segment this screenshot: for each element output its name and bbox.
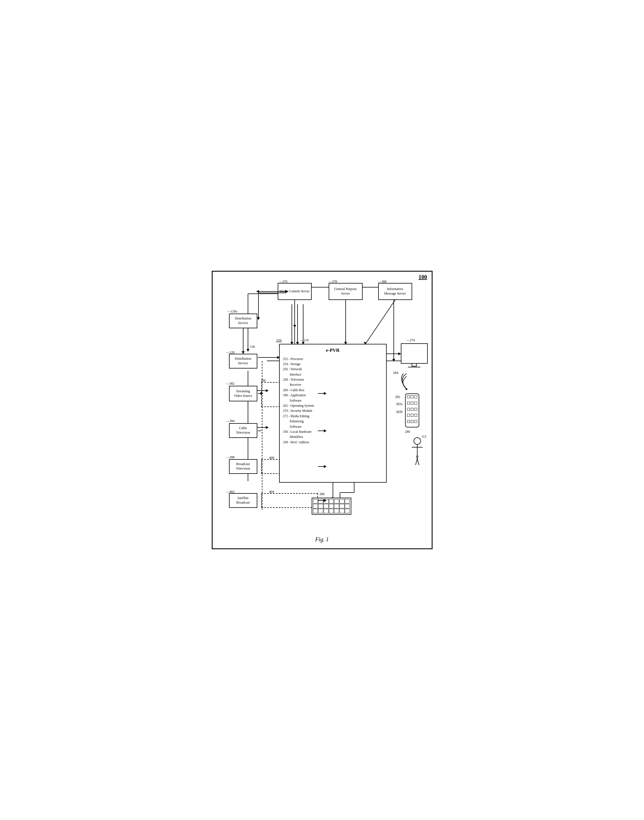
- remote-btn: [414, 414, 417, 417]
- key: [324, 499, 329, 504]
- person-arms: [412, 447, 423, 448]
- key: [339, 499, 345, 504]
- remote-btn: [407, 402, 410, 404]
- general-purpose-server-label: General PurposeServer: [334, 287, 357, 296]
- remote-btn: [407, 414, 410, 417]
- key: [313, 504, 318, 508]
- svg-marker-1: [293, 325, 296, 328]
- distribution-service-2-label: DistributionService: [235, 356, 251, 365]
- key: [329, 509, 334, 513]
- ref-110: —110: [301, 338, 309, 342]
- tv-monitor: [401, 343, 428, 364]
- ref-394: —394: [226, 419, 235, 423]
- remote-btn: [414, 420, 417, 423]
- diagram-border: 100: [212, 271, 432, 549]
- ref-282: 282: [395, 395, 400, 399]
- person: [414, 437, 421, 465]
- key: [313, 509, 318, 513]
- ref-274: —274: [406, 338, 415, 342]
- key: [318, 504, 323, 508]
- person-legs: [414, 456, 421, 465]
- remote-btn: [407, 420, 410, 423]
- cable-television-label: CableTelevision: [236, 426, 250, 435]
- informative-message-server-label: InformativeMessage Server: [384, 287, 406, 296]
- person-head: [414, 437, 421, 445]
- ref-398: —398: [226, 455, 235, 459]
- epvr-box: e-PVR 252 - Processor 254 - Storage 256 …: [279, 344, 387, 483]
- page-wrapper: 100: [212, 271, 432, 549]
- monitor-base: [408, 367, 420, 367]
- key: [324, 509, 329, 513]
- key: [339, 509, 345, 513]
- streaming-video-source-label: StreamingVideo Source: [234, 389, 252, 398]
- remote-btn: [414, 395, 417, 398]
- svg-marker-41: [257, 317, 260, 320]
- ref-120a: —120a: [227, 309, 237, 313]
- dashed-box-satellite: [261, 493, 318, 508]
- remote-btn: [411, 395, 414, 398]
- distribution-service-1-label: DistributionService: [235, 316, 251, 325]
- remote-btn: [414, 402, 417, 404]
- key: [339, 504, 345, 508]
- remote-btn: [411, 420, 414, 423]
- svg-line-56: [365, 300, 395, 344]
- distribution-service-1-box: DistributionService: [229, 313, 257, 328]
- cable-television-box: CableTelevision: [229, 423, 257, 438]
- key: [334, 499, 339, 504]
- satellite-broadcast-box: SatelliteBroadcast: [229, 493, 257, 508]
- epvr-components: 252 - Processor 254 - Storage 256 - Netw…: [283, 356, 383, 445]
- ref-112: 112: [422, 435, 426, 439]
- ref-150: 150: [250, 345, 255, 349]
- streaming-video-source-box: StreamingVideo Source: [229, 386, 257, 401]
- key: [313, 499, 318, 504]
- remote-btn: [414, 408, 417, 411]
- remote-btn: [407, 408, 410, 411]
- ref-280: 280: [405, 430, 410, 434]
- person-body: [417, 445, 417, 456]
- remote-btn: [411, 402, 414, 404]
- ref-250: 250: [276, 338, 282, 343]
- key: [329, 499, 334, 504]
- key: [345, 504, 350, 508]
- key: [334, 504, 339, 508]
- ref-282b: 282b: [396, 410, 403, 414]
- broadcast-television-box: BroadcastTelevision: [229, 459, 257, 474]
- key: [324, 504, 329, 508]
- svg-point-38: [406, 389, 407, 390]
- informative-message-server-box: InformativeMessage Server: [378, 283, 412, 300]
- media-content-server-box: Media Content Server: [278, 283, 312, 300]
- svg-marker-20: [266, 426, 268, 429]
- key: [345, 499, 350, 504]
- svg-marker-7: [393, 359, 395, 362]
- ref-282a: 282a: [396, 402, 403, 406]
- epvr-title: e-PVR: [283, 347, 383, 354]
- diagram-area: —376 —378 —380 Media Content Server Gene…: [218, 277, 426, 532]
- keyboard-grid: [312, 498, 351, 514]
- broadcast-television-label: BroadcastTelevision: [236, 462, 250, 471]
- svg-marker-9: [247, 349, 249, 352]
- distribution-service-2-box: DistributionService: [229, 354, 257, 369]
- key: [318, 499, 323, 504]
- remote-btn: [407, 395, 410, 398]
- ref-382: —382: [226, 382, 235, 386]
- key: [318, 509, 323, 513]
- remote-btn: [411, 414, 414, 417]
- media-content-server-label: Media Content Server: [280, 289, 310, 294]
- key: [329, 504, 334, 508]
- signal-arcs: [395, 374, 418, 391]
- monitor-stand: [412, 364, 417, 367]
- figure-caption: Fig. 1: [218, 536, 426, 543]
- remote-control: [405, 393, 419, 427]
- remote-btn: [411, 408, 414, 411]
- key: [334, 509, 339, 513]
- key: [345, 509, 350, 513]
- svg-marker-73: [256, 290, 259, 293]
- general-purpose-server-box: General PurposeServer: [329, 283, 363, 300]
- ref-286: 286: [320, 492, 325, 496]
- satellite-broadcast-label: SatelliteBroadcast: [236, 496, 250, 505]
